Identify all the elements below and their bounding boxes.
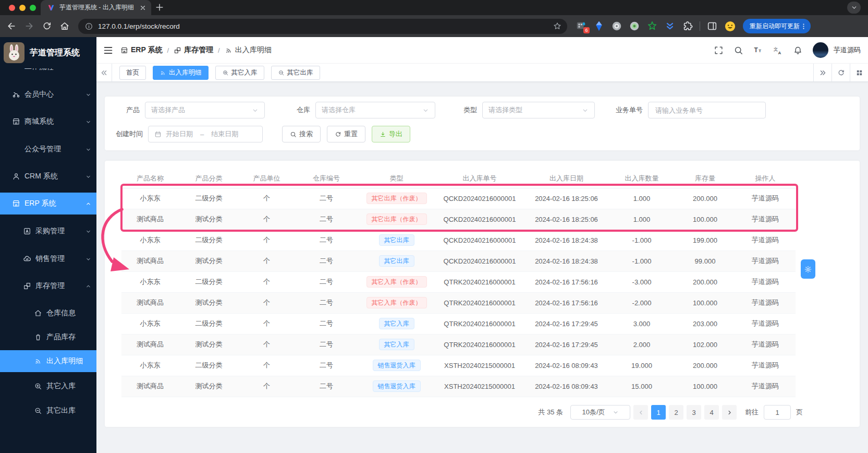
breadcrumb-item-3[interactable]: 出入库明细 xyxy=(225,45,272,55)
next-page-button[interactable] xyxy=(722,405,737,420)
tags-scroll-left-button[interactable] xyxy=(96,64,112,81)
sidebar-item-12[interactable]: 出入库明细 xyxy=(0,350,96,372)
profile-emoji-icon[interactable] xyxy=(724,20,736,32)
page-tab-3[interactable]: 其它入库 xyxy=(215,66,264,80)
page-tab-2[interactable]: 出入库明细 xyxy=(153,66,209,80)
table-row-3[interactable]: 小东东二级分类个二号其它出库QCKD202402160000012024-02-… xyxy=(121,230,796,251)
sidebar-item-6[interactable]: ERP 系统 xyxy=(0,193,96,214)
side-panel-icon[interactable] xyxy=(706,20,718,32)
new-tab-button[interactable] xyxy=(154,2,165,13)
layout-grid-button[interactable] xyxy=(850,64,868,81)
forward-icon[interactable] xyxy=(24,21,34,31)
table-row-5[interactable]: 小东东二级分类个二号其它入库（作废）QTRK202402160000012024… xyxy=(121,271,796,292)
update-button[interactable]: 重新启动即可更新 xyxy=(743,19,811,33)
breadcrumb-item-2[interactable]: 库存管理 xyxy=(174,45,213,55)
page-number-2[interactable]: 2 xyxy=(669,405,683,420)
user-avatar[interactable] xyxy=(813,42,828,58)
reload-icon[interactable] xyxy=(42,21,52,31)
tags-scroll-right-button[interactable] xyxy=(813,64,832,81)
address-bar[interactable]: 127.0.0.1/erp/stock/record xyxy=(78,19,567,34)
sidebar-item-label: 商城系统 xyxy=(25,117,54,126)
page-tab-1[interactable]: 首页 xyxy=(119,66,146,80)
bookmark-star-icon[interactable] xyxy=(553,21,562,31)
warehouse-select[interactable]: 请选择仓库 xyxy=(315,102,435,118)
table-row-7[interactable]: 小东东二级分类个二号其它入库QTRK202402160000012024-02-… xyxy=(121,313,796,334)
macos-zoom-button[interactable] xyxy=(30,5,36,11)
extension-grid-icon[interactable]: 6 xyxy=(576,20,587,32)
cell-type: 其它出库 xyxy=(358,251,435,271)
sidebar-item-9[interactable]: 库存管理 xyxy=(0,275,96,297)
sidebar-item-5[interactable]: CRM 系统 xyxy=(0,165,96,187)
extensions-puzzle-icon[interactable] xyxy=(682,20,693,32)
calendar-icon xyxy=(154,130,162,138)
page-number-3[interactable]: 3 xyxy=(687,405,701,420)
collapse-sidebar-icon[interactable] xyxy=(103,45,114,56)
page-size-select[interactable]: 10条/页 xyxy=(570,405,630,420)
table-row-10[interactable]: 测试商品测试分类个二号销售退货入库XSTH202402150000012024-… xyxy=(121,376,796,397)
cell-product: 测试商品 xyxy=(121,334,179,355)
extension-kite-icon[interactable] xyxy=(593,20,605,32)
goto-page-input[interactable] xyxy=(764,405,791,420)
bizno-input[interactable] xyxy=(654,106,760,115)
sidebar-item-8[interactable]: 销售管理 xyxy=(0,248,96,270)
page-number-4[interactable]: 4 xyxy=(704,405,719,420)
settings-fab[interactable] xyxy=(801,259,815,279)
tab-search-button[interactable] xyxy=(847,2,861,14)
extension-green-star-icon[interactable] xyxy=(646,20,658,32)
tab-close-icon[interactable] xyxy=(139,4,147,12)
browser-tab[interactable]: 芋道管理系统 - 出入库明细 xyxy=(41,0,151,15)
breadcrumb-item-1[interactable]: ERP 系统 xyxy=(120,45,162,55)
sidebar: 工作流程会员中心商城系统公众号管理CRM 系统ERP 系统采购管理销售管理库存管… xyxy=(0,37,96,453)
column-header: 出入库日期 xyxy=(524,169,608,188)
site-info-icon[interactable] xyxy=(84,22,93,31)
date-range-picker[interactable]: 开始日期 – 结束日期 xyxy=(148,126,263,142)
sidebar-item-label: 公众号管理 xyxy=(25,145,61,154)
type-select[interactable]: 请选择类型 xyxy=(482,102,595,118)
back-icon[interactable] xyxy=(6,21,17,31)
search-button[interactable]: 搜索 xyxy=(282,126,321,142)
fullscreen-icon[interactable] xyxy=(714,45,724,55)
home-icon[interactable] xyxy=(59,21,70,31)
prev-page-button[interactable] xyxy=(633,405,648,420)
url-text[interactable]: 127.0.0.1/erp/stock/record xyxy=(98,22,553,30)
table-row-6[interactable]: 测试商品测试分类个二号其它入库（作废）QTRK20240216000001202… xyxy=(121,292,796,313)
page-number-1[interactable]: 1 xyxy=(651,405,666,420)
sidebar-item-4[interactable]: 公众号管理 xyxy=(0,138,96,160)
extension-chevrons-icon[interactable] xyxy=(664,20,676,32)
kebab-menu-icon[interactable] xyxy=(800,22,808,30)
search-icon[interactable] xyxy=(733,45,743,55)
table-row-8[interactable]: 测试商品测试分类个二号其它入库QTRK202402160000012024-02… xyxy=(121,334,796,355)
macos-close-button[interactable] xyxy=(9,5,15,11)
export-button[interactable]: 导出 xyxy=(372,126,410,142)
sidebar-item-11[interactable]: 产品库存 xyxy=(0,326,96,348)
sidebar-item-2[interactable]: 会员中心 xyxy=(0,84,96,105)
zoomin-icon xyxy=(222,69,229,76)
font-size-icon[interactable]: TT xyxy=(753,45,763,55)
table-row-2[interactable]: 测试商品测试分类个二号其它出库（作废）QCKD20240216000001202… xyxy=(121,209,796,230)
table-row-4[interactable]: 测试商品测试分类个二号其它出库QCKD202402160000012024-02… xyxy=(121,251,796,271)
sidebar-item-14[interactable]: 其它出库 xyxy=(0,400,96,422)
notification-bell-icon[interactable] xyxy=(793,45,803,55)
warehouse-filter: 仓库 请选择仓库 xyxy=(297,102,435,118)
extension-gray-orb-icon[interactable] xyxy=(611,20,622,32)
page-tab-4[interactable]: 其它出库 xyxy=(271,66,320,80)
navbar-actions: TT 文A 芋道源码 xyxy=(714,42,861,58)
translate-icon[interactable]: 文A xyxy=(773,45,783,55)
extension-green-orb-icon[interactable] xyxy=(629,20,640,32)
sidebar-item-3[interactable]: 商城系统 xyxy=(0,111,96,133)
page-tab-label: 首页 xyxy=(126,68,139,77)
sidebar-item-13[interactable]: 其它入库 xyxy=(0,375,96,397)
cell-date: 2024-02-16 17:29:45 xyxy=(524,334,608,355)
macos-minimize-button[interactable] xyxy=(19,5,26,11)
username[interactable]: 芋道源码 xyxy=(834,45,861,55)
refresh-page-button[interactable] xyxy=(832,64,850,81)
sidebar-item-7[interactable]: 采购管理 xyxy=(0,220,96,242)
product-select[interactable]: 请选择产品 xyxy=(145,102,265,118)
table-row-9[interactable]: 小东东二级分类个二号销售退货入库XSTH202402150000012024-0… xyxy=(121,355,796,376)
table-row-1[interactable]: 小东东二级分类个二号其它出库（作废）QCKD202402160000012024… xyxy=(121,188,796,209)
chevron-down-icon xyxy=(85,256,92,263)
reset-button[interactable]: 重置 xyxy=(327,126,365,142)
cell-unit: 个 xyxy=(239,292,295,313)
sidebar-item-10[interactable]: 仓库信息 xyxy=(0,302,96,324)
cell-operator: 芋道源码 xyxy=(735,188,796,209)
